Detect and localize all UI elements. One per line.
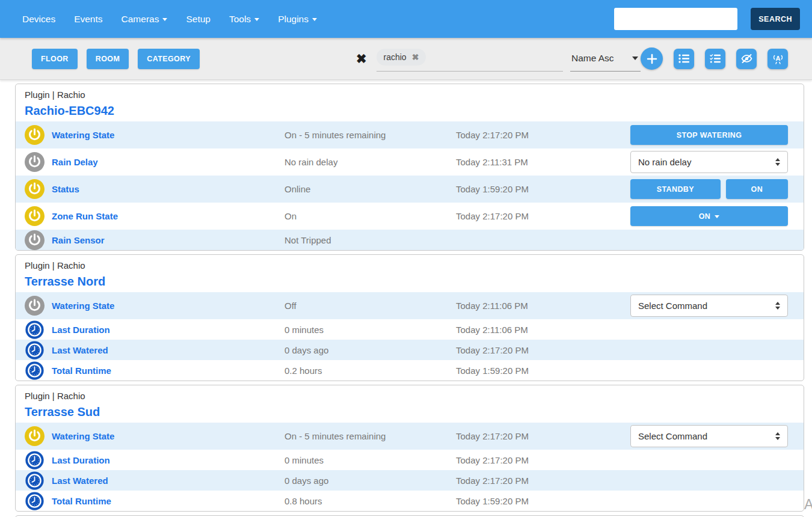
- nav-item-plugins[interactable]: Plugins: [278, 14, 317, 25]
- feature-row: Zone Run State On Today 2:17:20 PM ON: [16, 203, 804, 230]
- filter-chip-label: rachio: [384, 52, 407, 62]
- category-filter-button[interactable]: CATEGORY: [138, 49, 200, 69]
- nav-item-cameras[interactable]: Cameras: [121, 14, 168, 25]
- feature-timestamp: Today 2:17:20 PM: [456, 211, 630, 221]
- feature-timestamp: Today 2:11:31 PM: [456, 157, 630, 167]
- feature-row: Watering State Off Today 2:11:06 PM Sele…: [16, 292, 804, 319]
- list-view-button[interactable]: [674, 49, 694, 69]
- feature-label[interactable]: Watering State: [52, 431, 114, 441]
- feature-timestamp: Today 2:17:20 PM: [456, 476, 630, 486]
- broadcast-button[interactable]: A: [767, 49, 788, 69]
- feature-label[interactable]: Total Runtime: [52, 366, 111, 376]
- device-list: Plugin | Rachio Rachio-EBC942 Watering S…: [0, 80, 812, 517]
- clear-filters-icon[interactable]: ✖: [356, 52, 367, 65]
- feature-value: On - 5 minutes remaining: [285, 130, 456, 140]
- search-area: SEARCH: [614, 8, 800, 30]
- filter-chip-rachio: rachio ✖: [377, 49, 426, 66]
- feature-label[interactable]: Status: [52, 184, 79, 194]
- zone-run-state-menu-button[interactable]: ON: [630, 206, 788, 226]
- feature-label[interactable]: Last Duration: [52, 455, 110, 465]
- chevron-down-icon: [162, 18, 167, 21]
- power-off-icon: [25, 230, 45, 250]
- clock-icon: [25, 361, 45, 381]
- feature-row: Last Watered 0 days ago Today 2:17:20 PM: [16, 340, 804, 360]
- power-on-icon: [25, 179, 45, 199]
- feature-label[interactable]: Last Watered: [52, 345, 108, 355]
- feature-value: 0.2 hours: [285, 366, 456, 376]
- device-title[interactable]: Rachio-EBC942: [25, 103, 795, 118]
- hide-devices-button[interactable]: [736, 49, 757, 69]
- filter-text-input[interactable]: rachio ✖: [377, 45, 563, 73]
- power-on-icon: [25, 206, 45, 226]
- feature-label[interactable]: Rain Delay: [52, 157, 98, 167]
- feature-timestamp: Today 2:11:06 PM: [456, 325, 630, 335]
- add-device-button[interactable]: [641, 47, 663, 70]
- feature-row: Rain Sensor Not Tripped: [16, 230, 804, 250]
- chevron-down-icon: [254, 18, 259, 21]
- feature-timestamp: Today 2:17:20 PM: [456, 431, 630, 441]
- floor-filter-button[interactable]: FLOOR: [32, 49, 78, 69]
- chevron-down-icon: [632, 57, 638, 60]
- power-off-icon: [25, 152, 45, 172]
- feature-label[interactable]: Watering State: [52, 301, 114, 311]
- stop-watering-button[interactable]: STOP WATERING: [630, 125, 788, 145]
- feature-row: Last Watered 0 days ago Today 2:17:20 PM: [16, 470, 804, 491]
- feature-timestamp: Today 2:11:06 PM: [456, 301, 630, 311]
- device-card: Plugin | Rachio Terrasse Nord Watering S…: [15, 254, 804, 381]
- search-input[interactable]: [614, 8, 737, 30]
- feature-row: Total Runtime 0.2 hours Today 1:59:20 PM: [16, 360, 804, 381]
- select-command-select[interactable]: Select Command: [630, 295, 788, 317]
- nav-menu: Devices Events Cameras Setup Tools Plugi…: [22, 14, 317, 25]
- feature-value: On: [285, 211, 456, 221]
- feature-value: 0 minutes: [285, 455, 456, 465]
- chip-remove-icon[interactable]: ✖: [412, 52, 419, 62]
- feature-value: No rain delay: [285, 157, 456, 167]
- plus-icon: [647, 54, 657, 64]
- device-title[interactable]: Terrasse Sud: [25, 405, 795, 419]
- nav-item-events[interactable]: Events: [74, 14, 102, 25]
- feature-row: Watering State On - 5 minutes remaining …: [16, 423, 804, 450]
- chevron-down-icon: [715, 215, 719, 218]
- room-filter-button[interactable]: ROOM: [87, 49, 129, 69]
- feature-value: 0 minutes: [285, 325, 456, 335]
- power-off-icon: [25, 296, 45, 316]
- feature-label[interactable]: Zone Run State: [52, 211, 118, 221]
- power-on-icon: [25, 125, 45, 145]
- standby-button[interactable]: STANDBY: [630, 179, 721, 199]
- chevron-down-icon: [312, 18, 317, 21]
- feature-value: Online: [285, 184, 456, 194]
- feature-row: Watering State On - 5 minutes remaining …: [16, 121, 804, 148]
- tasks-view-button[interactable]: [705, 49, 725, 69]
- feature-label[interactable]: Last Watered: [52, 476, 108, 486]
- feature-timestamp: Today 2:17:20 PM: [456, 130, 630, 140]
- rain-delay-select[interactable]: No rain delay: [630, 151, 788, 173]
- search-button[interactable]: SEARCH: [751, 8, 800, 30]
- clock-icon: [25, 450, 45, 470]
- feature-row: Total Runtime 0.8 hours Today 1:59:20 PM: [16, 491, 804, 511]
- feature-row: Last Duration 0 minutes Today 2:17:20 PM: [16, 450, 804, 470]
- plugin-breadcrumb: Plugin | Rachio: [25, 391, 795, 402]
- feature-label[interactable]: Watering State: [52, 130, 114, 140]
- plugin-breadcrumb: Plugin | Rachio: [25, 90, 795, 100]
- on-button[interactable]: ON: [726, 179, 788, 199]
- sort-order-value: Name Asc: [571, 53, 614, 64]
- watermark-text: Ac: [804, 497, 812, 513]
- feature-label[interactable]: Total Runtime: [52, 496, 111, 506]
- select-command-select[interactable]: Select Command: [630, 425, 788, 447]
- feature-row: Last Duration 0 minutes Today 2:11:06 PM: [16, 319, 804, 340]
- feature-value: Off: [285, 301, 456, 311]
- nav-item-devices[interactable]: Devices: [22, 14, 55, 25]
- sort-order-select[interactable]: Name Asc: [570, 46, 641, 72]
- feature-timestamp: Today 2:17:20 PM: [456, 455, 630, 465]
- nav-item-tools[interactable]: Tools: [229, 14, 259, 25]
- clock-icon: [25, 471, 45, 491]
- feature-label[interactable]: Last Duration: [52, 325, 110, 335]
- feature-timestamp: Today 1:59:20 PM: [456, 184, 630, 194]
- feature-value: 0 days ago: [285, 476, 456, 486]
- device-title[interactable]: Terrasse Nord: [25, 274, 795, 289]
- nav-item-setup[interactable]: Setup: [186, 14, 211, 25]
- feature-label[interactable]: Rain Sensor: [52, 235, 105, 245]
- feature-value: 0.8 hours: [285, 496, 456, 506]
- feature-timestamp: Today 2:17:20 PM: [456, 345, 630, 355]
- tasks-icon: [710, 54, 721, 64]
